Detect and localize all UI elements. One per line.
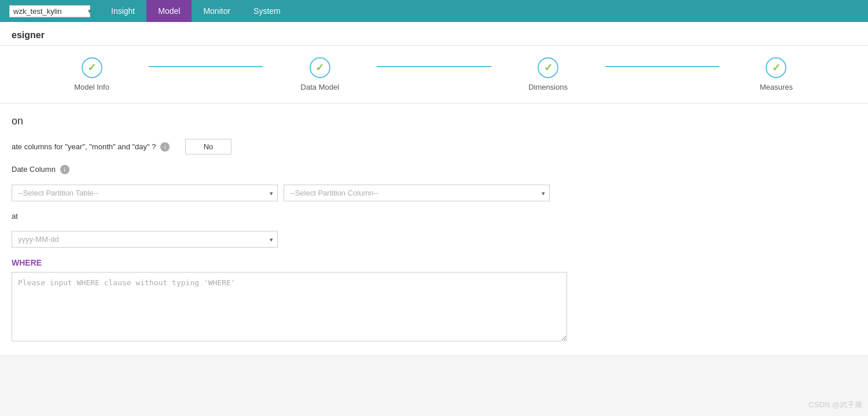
date-column-info-icon[interactable]: i [60, 165, 69, 174]
no-button[interactable]: No [185, 139, 231, 154]
where-label: WHERE [12, 258, 856, 267]
step-model-info: ✓ Model Info [35, 57, 149, 91]
nav-tab-insight[interactable]: Insight [100, 0, 146, 22]
date-columns-info-icon[interactable]: i [160, 142, 170, 152]
step-circle-data-model: ✓ [310, 57, 330, 78]
nav-tab-model[interactable]: Model [146, 0, 192, 22]
step-circle-model-info: ✓ [82, 57, 102, 78]
step-circle-dimensions: ✓ [538, 57, 558, 78]
checkmark-measures: ✓ [772, 61, 781, 74]
date-columns-label: ate columns for "year", "month" and "day… [12, 142, 185, 152]
date-format-container: yyyy-MM-dd [12, 231, 278, 248]
step-line-2 [377, 66, 491, 67]
nav-tabs: Insight Model Monitor System [100, 0, 292, 22]
project-select[interactable]: wzk_test_kylin [9, 5, 90, 17]
nav-tab-monitor[interactable]: Monitor [192, 0, 242, 22]
checkmark-dimensions: ✓ [544, 61, 553, 74]
date-column-label: Date Column i [12, 165, 185, 174]
main-section: on ate columns for "year", "month" and "… [0, 104, 868, 355]
step-label-data-model: Data Model [301, 83, 339, 91]
partition-table-container: --Select Partition Table-- [12, 185, 278, 201]
date-column-row: Date Column i [12, 165, 856, 174]
nav-tab-system[interactable]: System [242, 0, 292, 22]
step-dimensions: ✓ Dimensions [491, 57, 605, 91]
step-data-model: ✓ Data Model [263, 57, 377, 91]
project-select-wrapper[interactable]: wzk_test_kylin [5, 5, 95, 17]
page-content: esigner ✓ Model Info ✓ Data Model ✓ Dime… [0, 22, 868, 355]
partition-dropdowns-row: --Select Partition Table-- --Select Part… [12, 185, 856, 201]
date-format-select[interactable]: yyyy-MM-dd [12, 231, 278, 248]
format-label: at [12, 212, 185, 220]
stepper: ✓ Model Info ✓ Data Model ✓ Dimensions ✓… [0, 46, 868, 104]
step-label-dimensions: Dimensions [528, 83, 568, 91]
where-textarea[interactable] [12, 272, 567, 341]
step-line-3 [605, 66, 719, 67]
checkmark-model-info: ✓ [87, 61, 96, 74]
step-circle-measures: ✓ [766, 57, 786, 78]
date-format-row: yyyy-MM-dd [12, 231, 856, 248]
partition-column-container: --Select Partition Column-- [284, 185, 550, 201]
step-measures: ✓ Measures [719, 57, 833, 91]
format-row: at [12, 212, 856, 220]
top-navigation: wzk_test_kylin Insight Model Monitor Sys… [0, 0, 868, 22]
step-line-1 [149, 66, 263, 67]
partition-column-select[interactable]: --Select Partition Column-- [284, 185, 550, 201]
step-label-measures: Measures [760, 83, 793, 91]
date-columns-row: ate columns for "year", "month" and "day… [12, 139, 856, 154]
checkmark-data-model: ✓ [315, 61, 324, 74]
designer-header: esigner [0, 22, 868, 46]
section-title: on [12, 115, 856, 127]
where-section: WHERE [12, 258, 856, 343]
step-label-model-info: Model Info [74, 83, 109, 91]
partition-table-select[interactable]: --Select Partition Table-- [12, 185, 278, 201]
